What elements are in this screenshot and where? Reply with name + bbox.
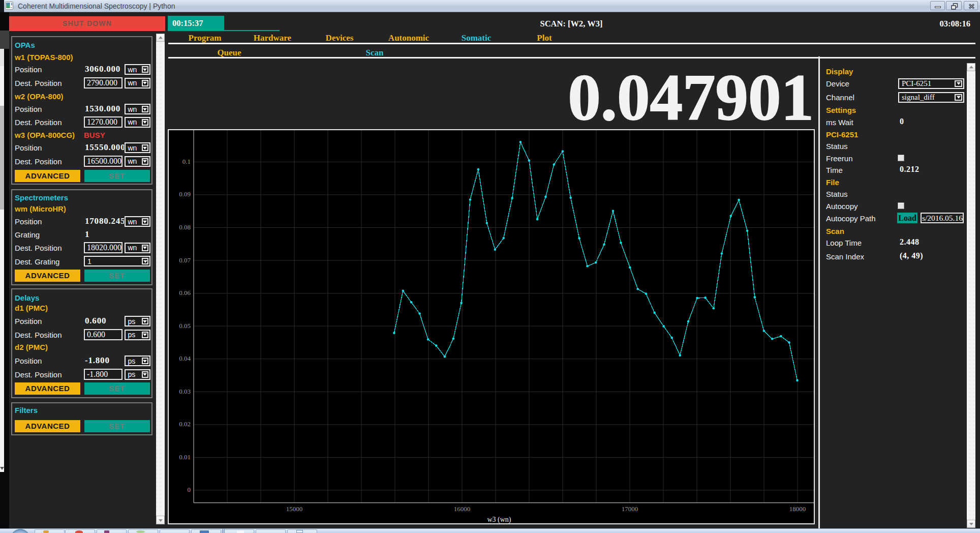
svg-text:15000: 15000 <box>286 505 303 513</box>
svg-text:17000: 17000 <box>622 505 638 513</box>
svg-text:0.06: 0.06 <box>179 289 191 297</box>
svg-text:0.08: 0.08 <box>179 223 191 231</box>
svg-text:0.05: 0.05 <box>179 322 191 330</box>
svg-text:0.09: 0.09 <box>179 190 191 198</box>
svg-text:18000: 18000 <box>789 505 806 513</box>
svg-text:0.07: 0.07 <box>179 256 191 264</box>
svg-text:0.03: 0.03 <box>179 388 191 395</box>
svg-text:0.02: 0.02 <box>179 420 191 428</box>
svg-text:0.04: 0.04 <box>179 354 191 362</box>
svg-text:0: 0 <box>188 486 191 493</box>
svg-text:0.1: 0.1 <box>182 158 191 165</box>
svg-text:0.01: 0.01 <box>179 453 191 461</box>
svg-text:16000: 16000 <box>454 505 471 513</box>
svg-text:w3 (wn): w3 (wn) <box>487 516 511 524</box>
